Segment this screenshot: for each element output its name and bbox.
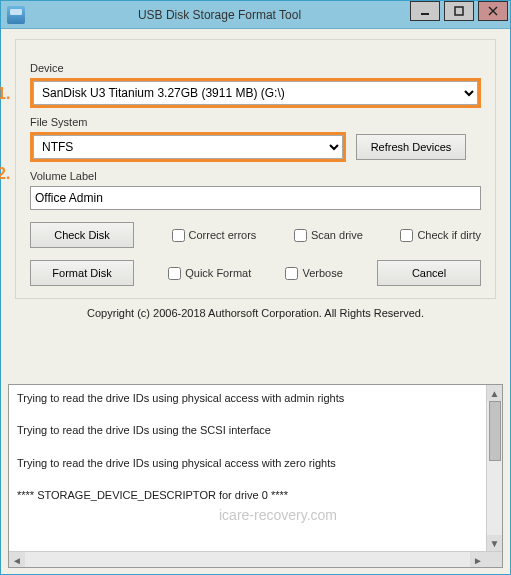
scan-drive-checkbox-label[interactable]: Scan drive	[294, 229, 363, 242]
copyright-text: Copyright (c) 2006-2018 Authorsoft Corpo…	[15, 307, 496, 319]
svg-rect-1	[455, 7, 463, 15]
maximize-button[interactable]	[444, 1, 474, 21]
correct-errors-checkbox[interactable]	[172, 229, 185, 242]
scroll-down-icon[interactable]: ▼	[487, 535, 502, 551]
filesystem-select[interactable]: NTFS	[33, 135, 343, 159]
usb-disk-icon	[7, 6, 25, 24]
scroll-right-icon[interactable]: ►	[470, 552, 486, 568]
log-line: Trying to read the drive IDs using physi…	[17, 391, 494, 405]
scroll-up-icon[interactable]: ▲	[487, 385, 502, 401]
cancel-button[interactable]: Cancel	[377, 260, 481, 286]
callout-1: 1.	[0, 85, 10, 103]
format-disk-button[interactable]: Format Disk	[30, 260, 134, 286]
close-button[interactable]	[478, 1, 508, 21]
log-line: Trying to read the drive IDs using the S…	[17, 423, 494, 437]
device-label: Device	[30, 62, 481, 74]
refresh-devices-button[interactable]: Refresh Devices	[356, 134, 466, 160]
scroll-thumb[interactable]	[489, 401, 501, 461]
device-select[interactable]: SanDisk U3 Titanium 3.27GB (3911 MB) (G:…	[33, 81, 478, 105]
scroll-left-icon[interactable]: ◄	[9, 552, 25, 568]
check-if-dirty-checkbox-label[interactable]: Check if dirty	[400, 229, 481, 242]
log-line: **** STORAGE_DEVICE_DESCRIPTOR for drive…	[17, 488, 494, 502]
app-window: USB Disk Storage Format Tool 1. 2. Devic…	[0, 0, 511, 575]
scroll-corner	[486, 552, 502, 568]
content-area: 1. 2. Device SanDisk U3 Titanium 3.27GB …	[1, 29, 510, 331]
horizontal-scrollbar[interactable]: ◄ ►	[9, 551, 502, 567]
check-if-dirty-checkbox[interactable]	[400, 229, 413, 242]
quick-format-checkbox-label[interactable]: Quick Format	[168, 267, 251, 280]
vertical-scrollbar[interactable]: ▲ ▼	[486, 385, 502, 551]
log-line: Trying to read the drive IDs using physi…	[17, 456, 494, 470]
scan-drive-checkbox[interactable]	[294, 229, 307, 242]
callout-2: 2.	[0, 165, 10, 183]
verbose-checkbox-label[interactable]: Verbose	[285, 267, 342, 280]
titlebar: USB Disk Storage Format Tool	[1, 1, 510, 29]
check-disk-button[interactable]: Check Disk	[30, 222, 134, 248]
window-title: USB Disk Storage Format Tool	[31, 8, 408, 22]
correct-errors-checkbox-label[interactable]: Correct errors	[172, 229, 257, 242]
form-section: Device SanDisk U3 Titanium 3.27GB (3911 …	[15, 39, 496, 299]
volume-label-input[interactable]	[30, 186, 481, 210]
log-content: Trying to read the drive IDs using physi…	[9, 385, 502, 549]
quick-format-checkbox[interactable]	[168, 267, 181, 280]
filesystem-highlight-box: NTFS	[30, 132, 346, 162]
verbose-checkbox[interactable]	[285, 267, 298, 280]
device-highlight-box: SanDisk U3 Titanium 3.27GB (3911 MB) (G:…	[30, 78, 481, 108]
volumelabel-label: Volume Label	[30, 170, 481, 182]
log-textarea[interactable]: Trying to read the drive IDs using physi…	[8, 384, 503, 568]
window-controls	[408, 1, 510, 28]
minimize-button[interactable]	[410, 1, 440, 21]
filesystem-label: File System	[30, 116, 481, 128]
